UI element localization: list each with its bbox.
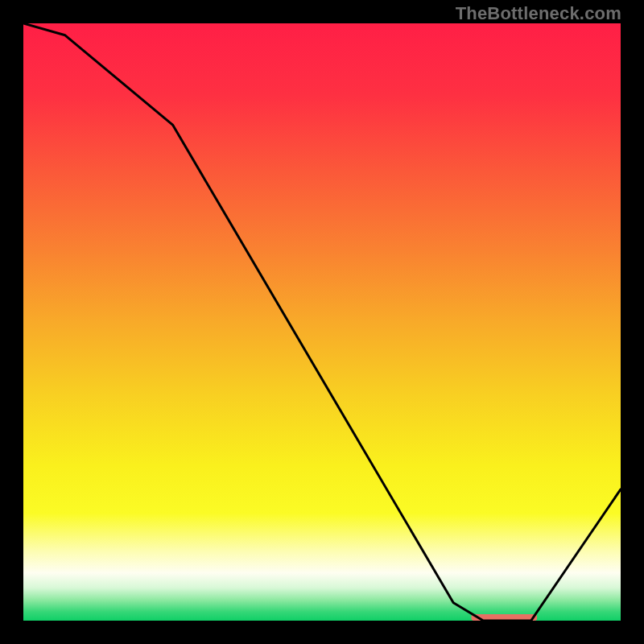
chart-svg <box>23 23 621 621</box>
gradient-rect <box>23 23 621 621</box>
watermark-text: TheBottleneck.com <box>456 3 621 24</box>
chart-stage: TheBottleneck.com <box>0 0 644 644</box>
plot-area <box>23 23 621 621</box>
